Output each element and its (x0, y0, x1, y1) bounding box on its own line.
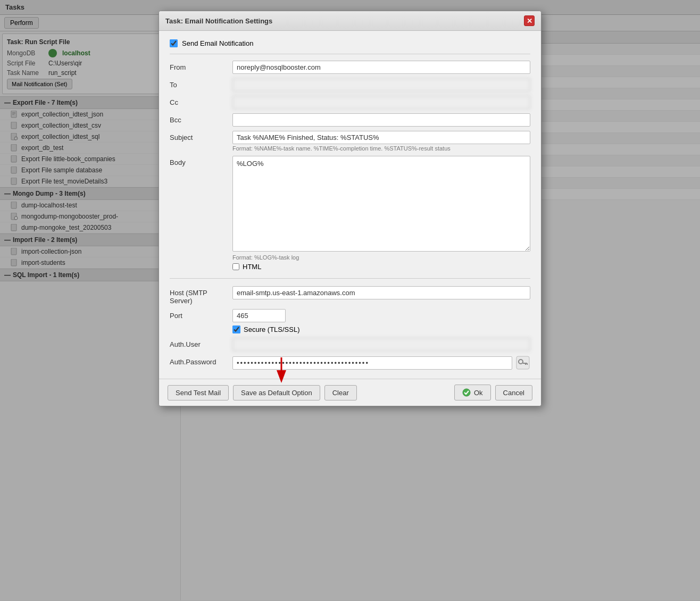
clear-button[interactable]: Clear (324, 385, 357, 400)
body-label: Body (170, 156, 228, 166)
from-input[interactable] (232, 61, 530, 74)
body-textarea[interactable]: %LOG% (232, 156, 530, 252)
svg-point-26 (463, 389, 470, 396)
body-group: %LOG% Format: %LOG%-task log HTML (232, 156, 530, 271)
host-label: Host (SMTP Server) (170, 286, 228, 305)
subject-group: Format: %NAME%-task name. %TIME%-complet… (232, 131, 530, 152)
ok-button[interactable]: Ok (454, 385, 491, 400)
to-label: To (170, 78, 228, 89)
ok-label: Ok (474, 389, 483, 397)
email-settings-modal: Task: Email Notification Settings ✕ Send… (159, 11, 541, 406)
modal-body: Send Email Notification From To Cc Bcc (159, 31, 541, 379)
subject-label: Subject (170, 131, 228, 141)
auth-user-input[interactable] (232, 338, 530, 351)
key-icon[interactable] (515, 355, 530, 370)
footer-right: Ok Cancel (454, 385, 532, 400)
secure-row: Secure (TLS/SSL) (232, 325, 530, 333)
footer-left: Send Test Mail Save as Default Option Cl… (168, 385, 357, 400)
send-email-label: Send Email Notification (182, 39, 253, 47)
form-grid: From To Cc Bcc Subject Format: %NAME%-ta… (170, 61, 530, 271)
footer-wrapper: Send Test Mail Save as Default Option Cl… (159, 379, 541, 406)
modal-overlay: Task: Email Notification Settings ✕ Send… (0, 0, 700, 601)
send-test-mail-button[interactable]: Send Test Mail (168, 385, 229, 400)
host-input[interactable] (232, 286, 530, 299)
smtp-grid: Host (SMTP Server) Port Secure (TLS/SSL)… (170, 286, 530, 370)
port-label: Port (170, 309, 228, 320)
subject-input[interactable] (232, 131, 530, 144)
html-checkbox-row: HTML (232, 263, 530, 271)
cc-input[interactable] (232, 96, 530, 109)
modal-footer: Send Test Mail Save as Default Option Cl… (159, 379, 541, 406)
body-format-hint: Format: %LOG%-task log (232, 254, 530, 261)
ok-check-icon (462, 388, 471, 397)
subject-format-hint: Format: %NAME%-task name. %TIME%-complet… (232, 145, 530, 152)
cc-label: Cc (170, 96, 228, 106)
secure-checkbox[interactable] (232, 325, 240, 333)
html-label: HTML (243, 263, 261, 271)
port-secure-group: Secure (TLS/SSL) (232, 309, 530, 333)
save-default-button[interactable]: Save as Default Option (233, 385, 320, 400)
from-label: From (170, 61, 228, 71)
send-email-row: Send Email Notification (170, 39, 530, 54)
bcc-input[interactable] (232, 113, 530, 127)
modal-title: Task: Email Notification Settings (165, 17, 272, 25)
modal-title-bar: Task: Email Notification Settings ✕ (159, 11, 541, 31)
secure-label: Secure (TLS/SSL) (244, 325, 300, 333)
red-arrow (265, 357, 297, 384)
auth-user-label: Auth.User (170, 338, 228, 348)
send-email-checkbox[interactable] (170, 39, 178, 47)
modal-close-button[interactable]: ✕ (524, 15, 535, 26)
port-input[interactable] (232, 309, 286, 322)
section-divider (170, 278, 530, 279)
to-input[interactable] (232, 78, 530, 91)
bcc-label: Bcc (170, 113, 228, 124)
auth-password-label: Auth.Password (170, 355, 228, 366)
html-checkbox[interactable] (232, 263, 239, 270)
cancel-button[interactable]: Cancel (495, 385, 532, 400)
